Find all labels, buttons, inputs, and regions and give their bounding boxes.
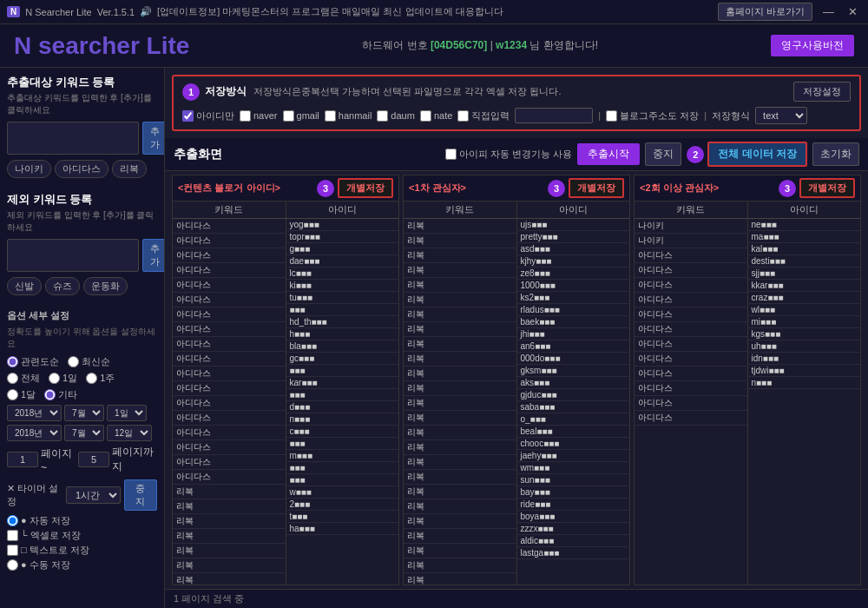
format-select[interactable]: text [755,107,807,124]
check-nate[interactable]: nate [420,110,452,122]
col2-individual-save-button[interactable]: 개별저장 [569,178,624,198]
table-row: 리복 [404,455,516,470]
col1-id-header: 아이디 [286,202,399,218]
date-from-month[interactable]: 7월 [64,405,104,421]
exclude-section-title: 제외 키워드 등록 [7,192,157,208]
full-save-button[interactable]: 전체 데이터 저장 [707,142,807,167]
manual-save-radio[interactable] [7,559,18,571]
page-from-input[interactable] [7,452,38,467]
ip-auto-check[interactable]: 아이피 자동 변경기능 사용 [445,148,572,161]
keyword-tag-reebok[interactable]: 리복 [112,160,147,178]
exclude-add-button[interactable]: 추가 [142,239,165,272]
reset-button[interactable]: 초기화 [812,142,859,166]
period-1week-radio[interactable] [86,373,97,384]
table-row: 1000■■■ [517,280,630,292]
timer-select[interactable]: 1시간 [66,486,121,504]
period-custom[interactable]: 기타 [44,388,77,401]
keyword-tag-nike[interactable]: 나이키 [7,160,51,178]
table-row: 리복 [404,278,516,293]
check-naver[interactable]: naver [240,110,278,122]
text-save-checkbox[interactable] [7,545,18,556]
check-gmail[interactable]: gmail [283,110,319,122]
check-daum[interactable]: daum [377,110,415,122]
period-1day[interactable]: 1일 [49,372,77,385]
ip-auto-checkbox[interactable] [445,149,457,160]
sort-latest[interactable]: 최신순 [68,355,110,368]
close-button[interactable]: ✕ [845,5,861,18]
check-blog-addr[interactable]: 블로그주소도 저장 [606,109,699,122]
date-to-year[interactable]: 2018년 [7,425,62,441]
col2-id-col[interactable]: ujs■■■pretty■■■asd■■■kjhy■■■ze8■■■1000■■… [517,219,630,585]
check-id-only-checkbox[interactable] [182,110,194,122]
table-row: c■■■ [286,426,399,438]
check-direct-checkbox[interactable] [457,110,469,122]
keyword-tag-adidas[interactable]: 아디다스 [55,160,108,178]
save-settings-button[interactable]: 저장설정 [793,82,851,102]
divider: | [598,110,601,121]
col3-id-col[interactable]: ne■■■ma■■■kal■■■desti■■■sjj■■■kkar■■■cra… [748,219,861,585]
table-row: aks■■■ [517,377,630,389]
save-method-desc: 저장방식은중복선택 가능하며 선택된 파일명으로 각각 엑셀 저장 됩니다. [253,85,561,98]
extract-start-button[interactable]: 추출시작 [577,143,640,165]
extract-stop-button[interactable]: 중지 [645,142,681,166]
minimize-button[interactable]: — [819,5,838,18]
date-to-day[interactable]: 12일 [107,425,152,441]
table-row: 리복 [404,307,516,322]
col3-keyword-col[interactable]: 나이키나이키아디다스아디다스아디다스아디다스아디다스아디다스아디다스아디다스아디… [635,219,748,585]
check-id-only[interactable]: 아이디만 [182,109,234,122]
page-to-input[interactable] [78,452,109,467]
period-all[interactable]: 전체 [7,372,40,385]
col1-individual-save-button[interactable]: 개별저장 [338,178,393,198]
period-1month[interactable]: 1달 [7,388,36,401]
save-method-label: 저장방식 [205,84,247,99]
direct-input-field[interactable] [515,108,593,123]
table-row: o_■■■ [517,413,630,426]
table-row: 아디다스 [635,396,747,411]
excel-save-checkbox[interactable] [7,530,18,541]
perm-use-button[interactable]: 영구사용바전 [771,35,854,56]
col2-keyword-col[interactable]: 리복리복리복리복리복리복리복리복리복리복리복리복리복리복리복리복리복리복리복리복… [404,219,517,585]
col1-id-col[interactable]: yog■■■topr■■■g■■■dae■■■lc■■■ki■■■tu■■■■■… [286,219,399,585]
check-hanmail[interactable]: hanmail [325,110,372,122]
sort-relevance-radio[interactable] [7,356,18,367]
date-from-year[interactable]: 2018년 [7,405,62,421]
col1-keyword-col[interactable]: 아디다스아디다스아디다스아디다스아디다스아디다스아디다스아디다스아디다스아디다스… [173,219,286,585]
period-1week[interactable]: 1주 [86,372,115,385]
period-custom-radio[interactable] [44,389,56,400]
date-to-month[interactable]: 7월 [64,425,104,441]
date-from-day[interactable]: 1일 [107,405,147,421]
auto-save-radio[interactable] [7,515,18,526]
col3-badge: 3 [779,180,796,197]
col1-sub-headers: 키워드 아이디 [173,202,398,219]
check-nate-checkbox[interactable] [420,110,431,122]
period-1day-radio[interactable] [49,373,60,384]
check-hanmail-checkbox[interactable] [325,110,336,122]
sort-latest-radio[interactable] [68,356,79,367]
check-blog-addr-checkbox[interactable] [606,110,617,122]
period-1month-radio[interactable] [7,389,18,400]
timer-stop-button[interactable]: 중지 [124,479,157,511]
exclude-tag-sports[interactable]: 운동화 [83,277,128,295]
col3-individual-save-button[interactable]: 개별저장 [799,178,855,198]
keyword-input[interactable] [7,122,139,155]
table-row: zzzx■■■ [517,523,630,535]
check-direct[interactable]: 직접입력 [457,109,510,122]
sort-relevance[interactable]: 관련도순 [7,355,59,368]
timer-row: ✕ 타이머 설정 1시간 중지 [7,479,157,511]
check-gmail-checkbox[interactable] [283,110,294,122]
check-daum-checkbox[interactable] [377,110,388,122]
keyword-add-button[interactable]: 추가 [142,122,165,155]
home-button[interactable]: 홈페이지 바로가기 [718,3,812,21]
manual-save-option: ● 수동 저장 [7,558,157,572]
exclude-input[interactable] [7,239,139,272]
badge-2: 2 [687,146,704,163]
exclude-section-desc: 제외 키워드를 입력한 후 [추가]를 클릭하세요 [7,209,157,234]
col1-badge: 3 [317,180,334,197]
col2-sub-headers: 키워드 아이디 [404,202,629,219]
check-naver-checkbox[interactable] [240,110,251,122]
table-row: 리복 [404,499,516,514]
period-all-radio[interactable] [7,373,18,384]
exclude-tag-shoes[interactable]: 신발 [7,277,42,295]
exclude-tag-sneakers[interactable]: 슈즈 [45,277,80,295]
table-row: 리복 [404,485,516,499]
